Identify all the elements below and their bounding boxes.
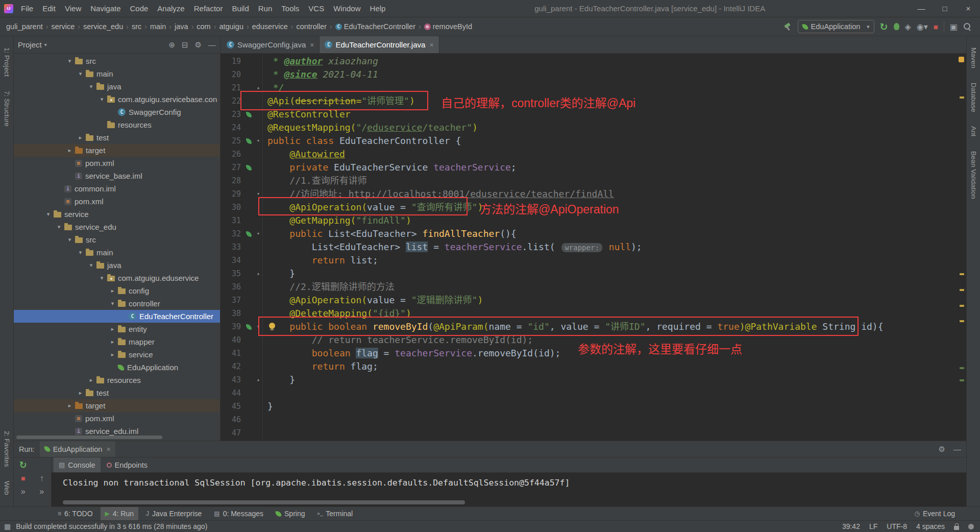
code-line-19[interactable]: 19 * @author xiaozhang — [220, 55, 966, 68]
tree-item-EduTeacherController[interactable]: CEduTeacherController — [14, 310, 220, 323]
toolwindow-button-favorites[interactable]: 2: Favorites — [3, 431, 11, 467]
breadcrumb-item-com[interactable]: com — [195, 21, 211, 32]
tree-item-java[interactable]: ▾java — [14, 80, 220, 93]
tree-item-pom.xml[interactable]: mpom.xml — [14, 157, 220, 170]
tree-item-config[interactable]: ▸config — [14, 284, 220, 297]
file-warnings-indicator[interactable] — [959, 57, 964, 62]
collapse-all-icon[interactable]: ⊟ — [182, 40, 188, 50]
close-icon[interactable]: × — [957, 0, 980, 17]
menu-file[interactable]: File — [16, 0, 38, 17]
code-line-43[interactable]: 43▴ } — [220, 373, 966, 386]
menu-view[interactable]: View — [60, 0, 86, 17]
menu-tools[interactable]: Tools — [277, 0, 304, 17]
tree-item-controller[interactable]: ▾controller — [14, 297, 220, 310]
tree-item-test[interactable]: ▸test — [14, 131, 220, 144]
tree-item-service_edu[interactable]: ▾service_edu — [14, 221, 220, 233]
line-number[interactable]: 26 — [220, 148, 244, 161]
toolwindow-button-terminal[interactable]: >_Terminal — [312, 507, 357, 520]
tree-expand-arrow-icon[interactable]: ▸ — [107, 287, 118, 294]
menu-run[interactable]: Run — [254, 0, 277, 17]
toolwindow-button-spring[interactable]: Spring — [271, 507, 309, 520]
code-line-34[interactable]: 34 return list; — [220, 254, 966, 267]
code-line-25[interactable]: 25▾public class EduTeacherController { — [220, 134, 966, 148]
tree-expand-arrow-icon[interactable]: ▸ — [75, 390, 86, 396]
line-number[interactable]: 41 — [220, 347, 244, 360]
minimize-icon[interactable]: — — [910, 0, 933, 17]
tree-item-src[interactable]: ▾src — [14, 55, 220, 67]
menu-window[interactable]: Window — [329, 0, 365, 17]
toolwindow-button-run[interactable]: ▶4: Run — [101, 507, 138, 520]
tree-item-main[interactable]: ▾main — [14, 246, 220, 259]
menu-analyze[interactable]: Analyze — [153, 0, 189, 17]
toolwindow-button-project[interactable]: 1: Project — [3, 47, 11, 77]
close-icon[interactable]: × — [106, 445, 110, 453]
code-line-37[interactable]: 37 @ApiOperation(value = "逻辑删除讲师") — [220, 294, 966, 307]
line-number[interactable]: 29 — [220, 187, 244, 201]
tree-expand-arrow-icon[interactable]: ▸ — [75, 134, 86, 141]
tree-collapse-arrow-icon[interactable]: ▾ — [96, 275, 107, 281]
line-number[interactable]: 28 — [220, 174, 244, 187]
code-line-45[interactable]: 45} — [220, 400, 966, 413]
tree-collapse-arrow-icon[interactable]: ▾ — [86, 262, 96, 269]
tree-item-com.atguigu.servicebase.con[interactable]: ▾com.atguigu.servicebase.con — [14, 93, 220, 106]
line-number[interactable]: 19 — [220, 55, 244, 68]
tree-collapse-arrow-icon[interactable]: ▾ — [64, 58, 75, 64]
code-line-33[interactable]: 33 List<EduTeacher> list = teacherServic… — [220, 240, 966, 254]
line-number[interactable]: 39 — [220, 320, 244, 333]
tree-item-EduApplication[interactable]: EduApplication — [14, 361, 220, 374]
profiler-icon[interactable]: ◉▾ — [917, 22, 928, 32]
breadcrumb-item-controller[interactable]: controller — [295, 21, 328, 32]
breadcrumb-item-EduTeacherController[interactable]: CEduTeacherController — [334, 21, 416, 32]
line-number[interactable]: 31 — [220, 214, 244, 227]
tree-expand-arrow-icon[interactable]: ▸ — [107, 326, 118, 332]
maximize-icon[interactable]: □ — [933, 0, 957, 17]
toolwindow-button-maven[interactable]: Maven — [970, 47, 977, 68]
stop-icon[interactable]: ■ — [21, 474, 25, 483]
code-line-42[interactable]: 42 return flag; — [220, 360, 966, 373]
tree-item-service_base.iml[interactable]: iservice_base.iml — [14, 170, 220, 182]
run-icon[interactable]: ↻ — [880, 21, 888, 33]
breadcrumb-item-eduservice[interactable]: eduservice — [251, 21, 289, 32]
stop-icon[interactable]: ■ — [934, 22, 938, 31]
line-number[interactable]: 37 — [220, 294, 244, 307]
breadcrumb-item-removeById[interactable]: mremoveById — [423, 21, 473, 32]
code-line-24[interactable]: 24@RequestMapping("/eduservice/teacher") — [220, 121, 966, 134]
line-number[interactable]: 46 — [220, 413, 244, 426]
layout-icon[interactable]: ▣ — [950, 22, 958, 32]
run-tab-eduapplication[interactable]: EduApplication × — [40, 441, 115, 457]
select-opened-file-icon[interactable]: ⊕ — [168, 40, 175, 50]
tree-expand-arrow-icon[interactable]: ▸ — [107, 351, 118, 358]
tree-expand-arrow-icon[interactable]: ▸ — [86, 377, 96, 383]
tree-collapse-arrow-icon[interactable]: ▾ — [86, 83, 96, 90]
breadcrumb-item-main[interactable]: main — [149, 21, 167, 32]
code-line-35[interactable]: 35▴ } — [220, 267, 966, 280]
tree-collapse-arrow-icon[interactable]: ▾ — [96, 96, 107, 103]
horizontal-scrollbar[interactable] — [63, 500, 465, 504]
tree-collapse-arrow-icon[interactable]: ▾ — [43, 211, 54, 217]
fold-down-icon[interactable]: ▾ — [254, 134, 262, 148]
line-number[interactable]: 20 — [220, 68, 244, 81]
line-number[interactable]: 47 — [220, 426, 244, 440]
fold-up-icon[interactable]: ▴ — [254, 373, 262, 386]
line-number[interactable]: 27 — [220, 161, 244, 174]
breadcrumb-item-java[interactable]: java — [174, 21, 189, 32]
run-view-tab-console[interactable]: ▤Console — [54, 457, 101, 472]
breadcrumb-item-src[interactable]: src — [131, 21, 142, 32]
code-line-44[interactable]: 44 — [220, 386, 966, 400]
toolwindow-button-web[interactable]: Web — [3, 481, 11, 495]
menu-help[interactable]: Help — [365, 0, 390, 17]
tree-item-service[interactable]: ▾service — [14, 208, 220, 221]
more-icons-chevron[interactable]: » — [21, 487, 26, 496]
code-line-47[interactable]: 47 — [220, 426, 966, 440]
line-number[interactable]: 40 — [220, 333, 244, 347]
fold-up-icon[interactable]: ▴ — [254, 267, 262, 280]
breadcrumb-item-guli_parent[interactable]: guli_parent — [5, 21, 44, 32]
tree-item-java[interactable]: ▾java — [14, 259, 220, 272]
project-panel-title[interactable]: Project▾ — [18, 40, 47, 49]
readonly-lock-icon[interactable] — [954, 526, 959, 530]
settings-gear-icon[interactable]: ⚙ — [195, 40, 202, 50]
tree-expand-arrow-icon[interactable]: ▸ — [64, 402, 75, 409]
line-separator[interactable]: LF — [869, 522, 877, 530]
tree-item-service[interactable]: ▸service — [14, 348, 220, 361]
tree-item-pom.xml[interactable]: mpom.xml — [14, 412, 220, 425]
